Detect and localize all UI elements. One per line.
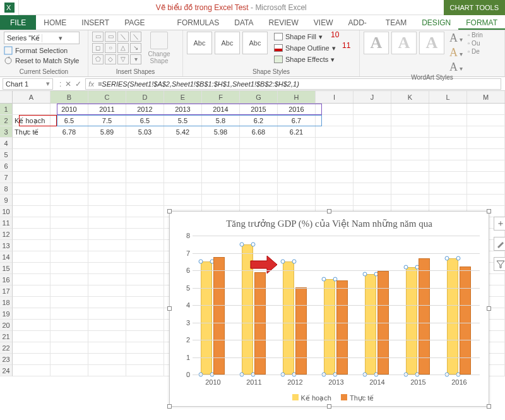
cell[interactable] — [278, 195, 316, 206]
cell[interactable] — [126, 138, 164, 149]
cell[interactable] — [126, 183, 164, 195]
row-header[interactable]: 17 — [0, 285, 13, 297]
cell[interactable] — [429, 160, 467, 172]
send-backward-btn[interactable]: ▫ Ou — [468, 40, 483, 47]
text-effects-btn[interactable]: A ▾ — [449, 61, 463, 74]
cell[interactable] — [240, 183, 278, 195]
cell[interactable] — [240, 138, 278, 149]
cell[interactable]: 6.5 — [126, 115, 164, 126]
cell[interactable] — [13, 138, 50, 149]
row-header[interactable]: 24 — [0, 365, 13, 376]
cell[interactable] — [88, 365, 126, 376]
cell[interactable] — [429, 138, 467, 149]
column-header-I[interactable]: I — [316, 91, 354, 103]
cell[interactable] — [50, 240, 88, 251]
cell[interactable] — [164, 149, 202, 160]
cell[interactable] — [13, 263, 50, 274]
chart-filters-button[interactable] — [494, 257, 505, 271]
cell[interactable] — [88, 297, 126, 308]
tab-insert[interactable]: INSERT — [74, 15, 117, 30]
cell[interactable]: 2014 — [202, 104, 240, 115]
cell[interactable] — [88, 285, 126, 297]
cell[interactable]: 2016 — [278, 104, 316, 115]
cell[interactable] — [50, 149, 88, 160]
enter-icon[interactable]: ✓ — [75, 80, 81, 88]
cell[interactable] — [316, 104, 354, 115]
cell[interactable] — [50, 217, 88, 229]
cell[interactable] — [354, 149, 391, 160]
column-header-J[interactable]: J — [354, 91, 391, 103]
cell[interactable] — [50, 229, 88, 240]
cell[interactable] — [391, 104, 429, 115]
cell[interactable] — [13, 274, 50, 285]
cell[interactable] — [240, 149, 278, 160]
cell[interactable]: 5.8 — [202, 115, 240, 126]
cancel-icon[interactable]: ✕ — [65, 80, 71, 88]
cell[interactable]: 6.2 — [240, 115, 278, 126]
cell[interactable] — [126, 342, 164, 354]
cell[interactable] — [88, 160, 126, 172]
bar-thucte[interactable] — [336, 280, 348, 375]
row-header[interactable]: 7 — [0, 172, 13, 183]
bar-kehoach[interactable] — [365, 274, 376, 375]
cell[interactable] — [202, 149, 240, 160]
cell[interactable] — [164, 172, 202, 183]
chart-title[interactable]: Tăng trưởng GDP (%) của Việt Nam những n… — [170, 212, 489, 229]
cell[interactable] — [429, 183, 467, 195]
row-header[interactable]: 18 — [0, 297, 13, 308]
cell[interactable] — [126, 149, 164, 160]
cell[interactable] — [354, 138, 391, 149]
cell[interactable] — [13, 206, 50, 217]
row-header[interactable]: 10 — [0, 206, 13, 217]
cell[interactable] — [429, 149, 467, 160]
cell[interactable] — [391, 183, 429, 195]
resize-handle[interactable] — [487, 404, 491, 409]
cell[interactable]: 5.42 — [164, 126, 202, 138]
row-header[interactable]: 21 — [0, 331, 13, 342]
cell[interactable] — [88, 342, 126, 354]
cell[interactable] — [13, 217, 50, 229]
cell[interactable] — [126, 240, 164, 251]
cell[interactable] — [467, 115, 505, 126]
cell[interactable] — [13, 251, 50, 263]
row-header[interactable]: 3 — [0, 126, 13, 138]
cell[interactable] — [13, 297, 50, 308]
cell[interactable] — [429, 115, 467, 126]
cell[interactable] — [13, 240, 50, 251]
cell[interactable] — [88, 195, 126, 206]
resize-handle[interactable] — [487, 306, 491, 311]
cell[interactable] — [316, 195, 354, 206]
row-header[interactable]: 11 — [0, 217, 13, 229]
cell[interactable]: 5.5 — [164, 115, 202, 126]
tab-addins[interactable]: ADD-INS — [341, 15, 378, 30]
row-header[interactable]: 12 — [0, 229, 13, 240]
cell[interactable] — [50, 365, 88, 376]
cell[interactable] — [316, 160, 354, 172]
cell[interactable] — [126, 285, 164, 297]
cell[interactable] — [467, 126, 505, 138]
cell[interactable] — [88, 206, 126, 217]
cell[interactable] — [316, 172, 354, 183]
format-selection-button[interactable]: Format Selection — [4, 45, 84, 56]
cell[interactable]: Kế hoạch — [13, 115, 50, 126]
column-header-E[interactable]: E — [164, 91, 202, 103]
row-header[interactable]: 15 — [0, 263, 13, 274]
cell[interactable]: 6.7 — [278, 115, 316, 126]
cell[interactable] — [88, 320, 126, 331]
column-header-B[interactable]: B — [50, 91, 88, 103]
plot-area[interactable]: 2010201120122013201420152016 012345678 — [193, 236, 480, 375]
column-header-F[interactable]: F — [202, 91, 240, 103]
cell[interactable] — [391, 115, 429, 126]
shape-style-preset-3[interactable]: Abc — [242, 32, 268, 54]
row-header[interactable]: 23 — [0, 354, 13, 365]
cell[interactable] — [126, 297, 164, 308]
cell[interactable]: 6.68 — [240, 126, 278, 138]
cell[interactable] — [316, 183, 354, 195]
cell[interactable] — [164, 138, 202, 149]
tab-format[interactable]: FORMAT — [458, 15, 505, 30]
chart-styles-button[interactable] — [494, 237, 505, 251]
cell[interactable] — [50, 251, 88, 263]
shape-style-preset-1[interactable]: Abc — [187, 32, 212, 54]
cell[interactable] — [316, 149, 354, 160]
cell[interactable] — [278, 160, 316, 172]
